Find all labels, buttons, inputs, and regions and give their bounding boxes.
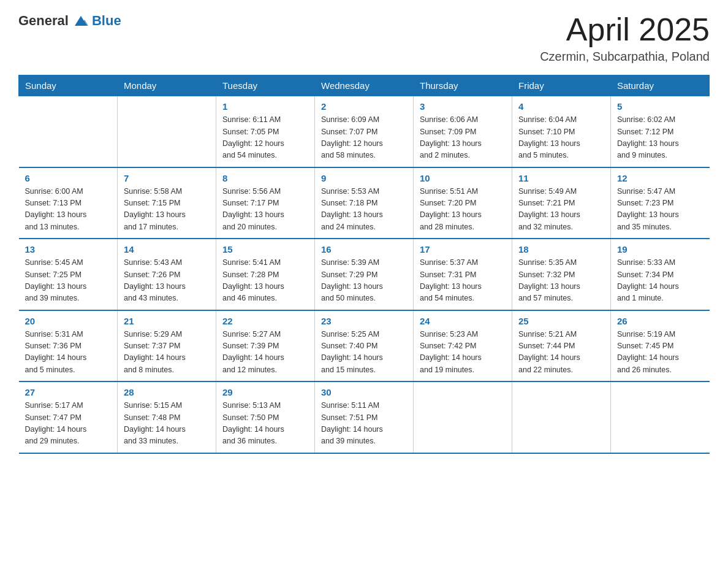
day-number: 18 <box>518 244 604 255</box>
day-info: Sunrise: 6:11 AMSunset: 7:05 PMDaylight:… <box>222 114 308 162</box>
day-number: 13 <box>25 244 112 255</box>
day-cell: 20Sunrise: 5:31 AMSunset: 7:36 PMDayligh… <box>19 310 118 382</box>
day-info: Sunrise: 5:53 AMSunset: 7:18 PMDaylight:… <box>321 186 407 234</box>
logo-icon <box>72 12 89 29</box>
day-cell: 7Sunrise: 5:58 AMSunset: 7:15 PMDaylight… <box>118 167 216 239</box>
day-number: 22 <box>222 316 308 326</box>
column-header-saturday: Saturday <box>611 75 710 96</box>
day-number: 28 <box>124 387 210 397</box>
day-number: 16 <box>321 244 407 255</box>
day-number: 25 <box>518 316 604 326</box>
day-cell: 25Sunrise: 5:21 AMSunset: 7:44 PMDayligh… <box>512 310 611 382</box>
day-info: Sunrise: 5:45 AMSunset: 7:25 PMDaylight:… <box>25 257 112 305</box>
week-row-4: 20Sunrise: 5:31 AMSunset: 7:36 PMDayligh… <box>19 310 710 382</box>
day-cell <box>414 381 512 453</box>
day-info: Sunrise: 5:49 AMSunset: 7:21 PMDaylight:… <box>518 186 604 234</box>
day-cell: 18Sunrise: 5:35 AMSunset: 7:32 PMDayligh… <box>512 239 611 310</box>
column-header-monday: Monday <box>118 75 216 96</box>
logo: General Blue <box>18 12 121 29</box>
day-info: Sunrise: 5:25 AMSunset: 7:40 PMDaylight:… <box>321 329 407 377</box>
day-info: Sunrise: 5:17 AMSunset: 7:47 PMDaylight:… <box>25 400 112 448</box>
day-cell: 5Sunrise: 6:02 AMSunset: 7:12 PMDaylight… <box>611 96 710 167</box>
month-title: April 2025 <box>540 12 710 47</box>
week-row-2: 6Sunrise: 6:00 AMSunset: 7:13 PMDaylight… <box>19 167 710 239</box>
day-number: 4 <box>518 101 604 112</box>
day-number: 1 <box>222 101 308 112</box>
logo-blue: Blue <box>92 13 121 29</box>
day-info: Sunrise: 5:47 AMSunset: 7:23 PMDaylight:… <box>617 186 703 234</box>
location-subtitle: Czermin, Subcarpathia, Poland <box>540 50 710 64</box>
day-number: 17 <box>420 244 506 255</box>
day-number: 5 <box>617 101 703 112</box>
day-cell: 15Sunrise: 5:41 AMSunset: 7:28 PMDayligh… <box>216 239 315 310</box>
day-cell <box>611 381 710 453</box>
calendar-table: SundayMondayTuesdayWednesdayThursdayFrid… <box>18 75 710 454</box>
day-number: 8 <box>222 173 308 183</box>
day-cell: 6Sunrise: 6:00 AMSunset: 7:13 PMDaylight… <box>19 167 118 239</box>
day-cell: 27Sunrise: 5:17 AMSunset: 7:47 PMDayligh… <box>19 381 118 453</box>
day-cell: 30Sunrise: 5:11 AMSunset: 7:51 PMDayligh… <box>315 381 414 453</box>
week-row-1: 1Sunrise: 6:11 AMSunset: 7:05 PMDaylight… <box>19 96 710 167</box>
day-cell: 22Sunrise: 5:27 AMSunset: 7:39 PMDayligh… <box>216 310 315 382</box>
day-cell: 8Sunrise: 5:56 AMSunset: 7:17 PMDaylight… <box>216 167 315 239</box>
column-header-tuesday: Tuesday <box>216 75 315 96</box>
day-cell: 2Sunrise: 6:09 AMSunset: 7:07 PMDaylight… <box>315 96 414 167</box>
column-header-sunday: Sunday <box>19 75 118 96</box>
day-number: 10 <box>420 173 506 183</box>
day-info: Sunrise: 5:56 AMSunset: 7:17 PMDaylight:… <box>222 186 308 234</box>
day-cell: 14Sunrise: 5:43 AMSunset: 7:26 PMDayligh… <box>118 239 216 310</box>
day-number: 7 <box>124 173 210 183</box>
day-number: 30 <box>321 387 407 397</box>
day-cell: 12Sunrise: 5:47 AMSunset: 7:23 PMDayligh… <box>611 167 710 239</box>
day-info: Sunrise: 5:41 AMSunset: 7:28 PMDaylight:… <box>222 257 308 305</box>
day-cell: 16Sunrise: 5:39 AMSunset: 7:29 PMDayligh… <box>315 239 414 310</box>
day-info: Sunrise: 5:31 AMSunset: 7:36 PMDaylight:… <box>25 329 112 377</box>
day-info: Sunrise: 5:29 AMSunset: 7:37 PMDaylight:… <box>124 329 210 377</box>
day-info: Sunrise: 5:43 AMSunset: 7:26 PMDaylight:… <box>124 257 210 305</box>
day-info: Sunrise: 5:11 AMSunset: 7:51 PMDaylight:… <box>321 400 407 448</box>
day-cell: 3Sunrise: 6:06 AMSunset: 7:09 PMDaylight… <box>414 96 512 167</box>
day-number: 12 <box>617 173 703 183</box>
day-cell <box>118 96 216 167</box>
day-info: Sunrise: 5:37 AMSunset: 7:31 PMDaylight:… <box>420 257 506 305</box>
day-cell: 4Sunrise: 6:04 AMSunset: 7:10 PMDaylight… <box>512 96 611 167</box>
title-block: April 2025 Czermin, Subcarpathia, Poland <box>540 12 710 64</box>
day-cell: 21Sunrise: 5:29 AMSunset: 7:37 PMDayligh… <box>118 310 216 382</box>
day-number: 26 <box>617 316 703 326</box>
column-header-thursday: Thursday <box>414 75 512 96</box>
day-cell <box>512 381 611 453</box>
day-info: Sunrise: 5:13 AMSunset: 7:50 PMDaylight:… <box>222 400 308 448</box>
day-cell: 19Sunrise: 5:33 AMSunset: 7:34 PMDayligh… <box>611 239 710 310</box>
column-header-wednesday: Wednesday <box>315 75 414 96</box>
day-info: Sunrise: 5:35 AMSunset: 7:32 PMDaylight:… <box>518 257 604 305</box>
day-number: 14 <box>124 244 210 255</box>
day-number: 23 <box>321 316 407 326</box>
day-cell: 9Sunrise: 5:53 AMSunset: 7:18 PMDaylight… <box>315 167 414 239</box>
day-cell: 17Sunrise: 5:37 AMSunset: 7:31 PMDayligh… <box>414 239 512 310</box>
day-cell: 26Sunrise: 5:19 AMSunset: 7:45 PMDayligh… <box>611 310 710 382</box>
day-info: Sunrise: 5:33 AMSunset: 7:34 PMDaylight:… <box>617 257 703 305</box>
week-row-3: 13Sunrise: 5:45 AMSunset: 7:25 PMDayligh… <box>19 239 710 310</box>
day-number: 29 <box>222 387 308 397</box>
day-cell: 13Sunrise: 5:45 AMSunset: 7:25 PMDayligh… <box>19 239 118 310</box>
day-info: Sunrise: 5:58 AMSunset: 7:15 PMDaylight:… <box>124 186 210 234</box>
day-info: Sunrise: 5:23 AMSunset: 7:42 PMDaylight:… <box>420 329 506 377</box>
day-cell: 24Sunrise: 5:23 AMSunset: 7:42 PMDayligh… <box>414 310 512 382</box>
day-number: 15 <box>222 244 308 255</box>
day-number: 20 <box>25 316 112 326</box>
day-info: Sunrise: 5:27 AMSunset: 7:39 PMDaylight:… <box>222 329 308 377</box>
day-number: 3 <box>420 101 506 112</box>
calendar-header-row: SundayMondayTuesdayWednesdayThursdayFrid… <box>19 75 710 96</box>
day-info: Sunrise: 6:02 AMSunset: 7:12 PMDaylight:… <box>617 114 703 162</box>
day-info: Sunrise: 6:06 AMSunset: 7:09 PMDaylight:… <box>420 114 506 162</box>
day-number: 21 <box>124 316 210 326</box>
day-cell <box>19 96 118 167</box>
day-info: Sunrise: 6:09 AMSunset: 7:07 PMDaylight:… <box>321 114 407 162</box>
column-header-friday: Friday <box>512 75 611 96</box>
day-cell: 11Sunrise: 5:49 AMSunset: 7:21 PMDayligh… <box>512 167 611 239</box>
day-info: Sunrise: 5:21 AMSunset: 7:44 PMDaylight:… <box>518 329 604 377</box>
day-number: 9 <box>321 173 407 183</box>
day-cell: 1Sunrise: 6:11 AMSunset: 7:05 PMDaylight… <box>216 96 315 167</box>
day-info: Sunrise: 5:39 AMSunset: 7:29 PMDaylight:… <box>321 257 407 305</box>
day-cell: 10Sunrise: 5:51 AMSunset: 7:20 PMDayligh… <box>414 167 512 239</box>
